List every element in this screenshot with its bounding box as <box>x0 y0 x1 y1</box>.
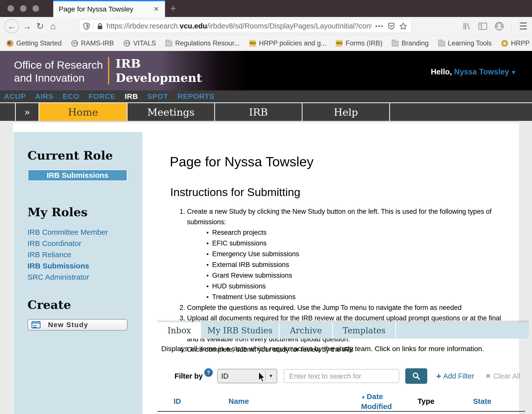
submission-type: Emergency Use submissions <box>206 249 528 259</box>
new-tab-button[interactable]: + <box>170 2 176 14</box>
nav-link-eco[interactable]: ECO <box>63 92 80 101</box>
site-header: Office of Researchand Innovation IRBDeve… <box>0 51 532 90</box>
account-icon[interactable] <box>495 22 504 31</box>
back-button[interactable]: ← <box>4 19 19 33</box>
user-name: Nyssa Towsley <box>454 67 509 76</box>
url-bar[interactable]: https://irbdev.research.vcu.edu/irbdev8/… <box>79 19 412 33</box>
browser-tab[interactable]: Page for Nyssa Towsley ✕ <box>53 0 165 17</box>
sort-descending-icon: ▼ <box>361 395 366 400</box>
tab-my-irb-studies[interactable]: My IRB Studies <box>201 322 280 339</box>
submission-types-list: Research projects EFIC submissions Emerg… <box>187 227 528 302</box>
role-link-reliance[interactable]: IRB Reliance <box>28 250 71 259</box>
lock-icon[interactable] <box>97 22 103 30</box>
submission-type: Grant Review submissions <box>206 270 528 281</box>
role-item: IRB Coordinator <box>28 240 142 247</box>
user-menu[interactable]: Hello, Nyssa Towsley▼ <box>431 67 516 76</box>
firefox-icon <box>6 40 13 47</box>
bookmark-hrpp-blog[interactable]: HRPP Blog Login <box>501 39 532 47</box>
close-window-button[interactable] <box>8 5 14 12</box>
inbox-description: Displays all items in a state which requ… <box>161 345 484 353</box>
page-content: Current Role IRB Submissions My Roles IR… <box>13 121 519 414</box>
url-text: https://irbdev.research.vcu.edu/irbdev8/… <box>106 22 371 30</box>
menu-tab-meetings[interactable]: Meetings <box>127 103 214 121</box>
tab-close-icon[interactable]: ✕ <box>152 5 160 13</box>
submission-type: Treatment Use submissions <box>206 292 528 302</box>
column-header-name[interactable]: Name <box>228 397 249 406</box>
chevron-down-icon: ▼ <box>510 69 516 76</box>
clear-icon: ✖ <box>486 373 491 380</box>
new-study-button[interactable]: New Study <box>28 319 128 331</box>
column-header-date-modified[interactable]: ▼DateModified <box>361 392 392 411</box>
sidebar-toggle-icon[interactable] <box>478 22 487 30</box>
library-icon[interactable] <box>462 22 471 30</box>
logo-divider <box>108 57 109 84</box>
tab-templates[interactable]: Templates <box>333 322 396 339</box>
page-title: Page for Nyssa Towsley <box>170 154 530 169</box>
submission-type: EFIC submissions <box>206 238 528 249</box>
plus-icon: + <box>436 371 441 381</box>
add-filter-button[interactable]: + Add Filter <box>436 371 474 381</box>
submission-type: External IRB submissions <box>206 259 528 270</box>
nav-link-airs[interactable]: AIRS <box>35 92 54 101</box>
search-button[interactable] <box>405 368 427 384</box>
role-item: SRC Administrator <box>28 273 142 281</box>
menu-tab-home[interactable]: Home <box>38 103 127 121</box>
reload-button[interactable]: ↻ <box>34 22 46 31</box>
tab-archive[interactable]: Archive <box>280 322 333 339</box>
tab-inbox[interactable]: Inbox <box>158 322 201 339</box>
bookmark-getting-started[interactable]: Getting Started <box>6 39 62 47</box>
bookmark-forms-irb[interactable]: VCUForms (IRB) <box>336 39 382 47</box>
sidebar: Current Role IRB Submissions My Roles IR… <box>14 132 142 414</box>
menu-tab-help[interactable]: Help <box>302 103 389 121</box>
role-link-committee-member[interactable]: IRB Committee Member <box>28 228 108 236</box>
bookmark-star-icon[interactable] <box>399 22 407 30</box>
my-roles-heading: My Roles <box>28 205 142 219</box>
folder-icon <box>166 41 172 46</box>
bookmark-learning-tools[interactable]: Learning Tools <box>438 39 492 47</box>
nav-link-spot[interactable]: SPOT <box>147 92 168 101</box>
clear-all-button[interactable]: ✖ Clear All <box>486 372 520 380</box>
menu-icon[interactable]: ☰ <box>519 21 528 32</box>
roles-list: IRB Committee Member IRB Coordinator IRB… <box>28 228 142 281</box>
menu-filler <box>389 103 532 121</box>
page: Current Role IRB Submissions My Roles IR… <box>0 121 532 414</box>
workspace-tabs: Inbox My IRB Studies Archive Templates <box>158 322 529 339</box>
page-actions-icon[interactable]: ••• <box>375 23 384 30</box>
bookmark-hrpp-policies[interactable]: VCUHRPP policies and g... <box>249 39 326 47</box>
folder-icon <box>392 41 398 46</box>
nav-link-acup[interactable]: ACUP <box>4 92 26 101</box>
current-role-heading: Current Role <box>28 149 142 162</box>
nav-link-irb[interactable]: IRB <box>125 92 138 101</box>
tab-title: Page for Nyssa Towsley <box>59 5 152 13</box>
bookmark-branding[interactable]: Branding <box>392 39 428 47</box>
bookmark-vitals[interactable]: VITALS <box>124 39 156 47</box>
forward-button[interactable]: → <box>20 22 34 31</box>
nav-link-force[interactable]: FORCE <box>88 92 116 101</box>
tracking-shield-icon[interactable] <box>83 22 90 30</box>
column-header-state[interactable]: State <box>473 397 491 406</box>
column-header-id[interactable]: ID <box>174 397 181 406</box>
menu-tab-irb[interactable]: IRB <box>214 103 302 121</box>
results-table-header: ID Name ▼DateModified Type State <box>158 392 525 412</box>
urlbar-divider <box>93 22 94 30</box>
table-header-divider <box>158 411 525 412</box>
nav-link-reports[interactable]: REPORTS <box>178 92 215 101</box>
search-input[interactable] <box>284 369 399 383</box>
role-link-src-admin[interactable]: SRC Administrator <box>28 273 89 281</box>
zoom-window-button[interactable] <box>32 5 39 12</box>
help-icon[interactable]: ? <box>204 368 213 377</box>
pocket-icon[interactable] <box>388 22 395 30</box>
minimize-window-button[interactable] <box>20 5 26 12</box>
bookmark-regulations[interactable]: Regulations Resour... <box>166 39 240 47</box>
current-role-button[interactable]: IRB Submissions <box>28 169 128 181</box>
filter-field-select[interactable]: ID ▼ <box>217 369 277 383</box>
role-link-coordinator[interactable]: IRB Coordinator <box>28 239 81 247</box>
role-item: IRB Committee Member <box>28 228 142 236</box>
mouse-cursor <box>258 372 267 383</box>
bookmark-rams-irb[interactable]: RAMS-IRB <box>71 39 114 47</box>
role-link-submissions[interactable]: IRB Submissions <box>28 262 89 270</box>
home-button[interactable]: ⌂ <box>46 22 60 31</box>
vcu-icon: VCU <box>336 40 342 47</box>
menu-expander[interactable]: » <box>15 103 38 121</box>
role-item: IRB Reliance <box>28 251 142 258</box>
